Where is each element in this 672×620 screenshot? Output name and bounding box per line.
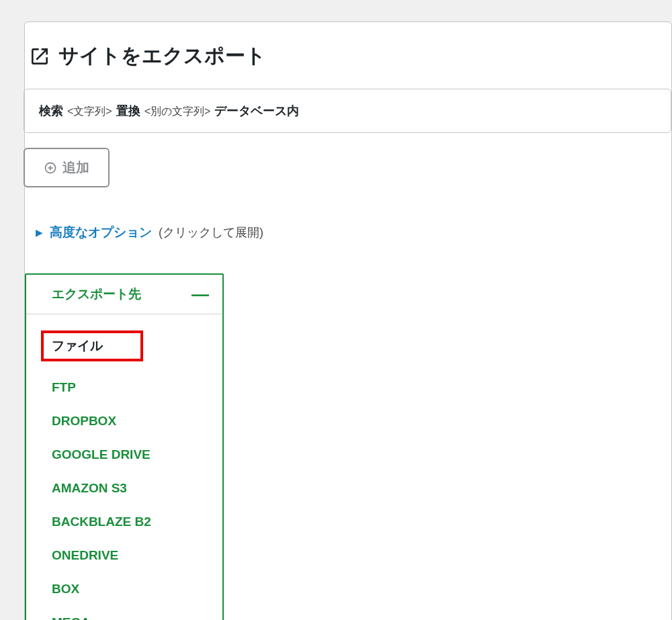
export-destination-title: エクスポート先	[52, 285, 141, 303]
export-destination-item-ftp[interactable]: FTP	[26, 371, 222, 404]
export-destination-item-label: GOOGLE DRIVE	[52, 447, 151, 461]
export-destination-item-file[interactable]: ファイル	[26, 321, 222, 371]
advanced-options-toggle[interactable]: ▶ 高度なオプション (クリックして展開)	[25, 218, 671, 247]
export-destination-item-amazon-s3[interactable]: AMAZON S3	[26, 472, 222, 505]
add-button[interactable]: 追加	[24, 148, 110, 187]
export-destination-item-label: AMAZON S3	[52, 481, 127, 495]
export-destination-item-dropbox[interactable]: DROPBOX	[26, 404, 222, 438]
export-destination-item-label: ONEDRIVE	[52, 548, 118, 562]
export-destination-item-label: ファイル	[41, 330, 143, 361]
export-destination-item-label: FTP	[52, 380, 76, 394]
export-destination-list: ファイル FTP DROPBOX GOOGLE DRIVE AMAZON S3 …	[26, 314, 222, 620]
search-replace-bar[interactable]: 検索 <文字列> 置換 <別の文字列> データベース内	[24, 89, 671, 133]
search-label: 検索	[39, 103, 63, 119]
page-title: サイトをエクスポート	[24, 42, 671, 89]
plus-circle-icon	[44, 161, 57, 175]
export-destination-header[interactable]: エクスポート先 —	[26, 275, 222, 314]
export-destination-item-google-drive[interactable]: GOOGLE DRIVE	[26, 438, 222, 472]
advanced-options-hint: (クリックして展開)	[159, 224, 263, 240]
add-button-label: 追加	[62, 159, 89, 177]
export-destination-item-onedrive[interactable]: ONEDRIVE	[26, 539, 222, 572]
advanced-options-label: 高度なオプション	[50, 224, 152, 241]
export-destination-panel: エクスポート先 — ファイル FTP DROPBOX GOOGLE DRIVE …	[25, 273, 224, 620]
export-destination-item-box[interactable]: BOX	[26, 572, 222, 606]
export-destination-item-label: MEGA	[52, 615, 90, 620]
export-destination-item-label: BOX	[52, 582, 79, 596]
export-destination-item-backblaze-b2[interactable]: BACKBLAZE B2	[26, 505, 222, 539]
search-hint: <文字列>	[67, 105, 112, 119]
export-panel: サイトをエクスポート 検索 <文字列> 置換 <別の文字列> データベース内 追…	[24, 21, 672, 620]
replace-label: 置換	[116, 103, 140, 119]
triangle-right-icon: ▶	[36, 227, 43, 238]
export-destination-item-label: DROPBOX	[52, 414, 116, 428]
page-title-text: サイトをエクスポート	[58, 42, 266, 70]
replace-hint: <別の文字列>	[144, 105, 211, 119]
collapse-icon[interactable]: —	[192, 285, 209, 303]
export-destination-item-mega[interactable]: MEGA	[26, 606, 222, 620]
export-destination-item-label: BACKBLAZE B2	[52, 515, 151, 529]
export-icon	[29, 46, 50, 67]
in-database-label: データベース内	[214, 103, 299, 119]
